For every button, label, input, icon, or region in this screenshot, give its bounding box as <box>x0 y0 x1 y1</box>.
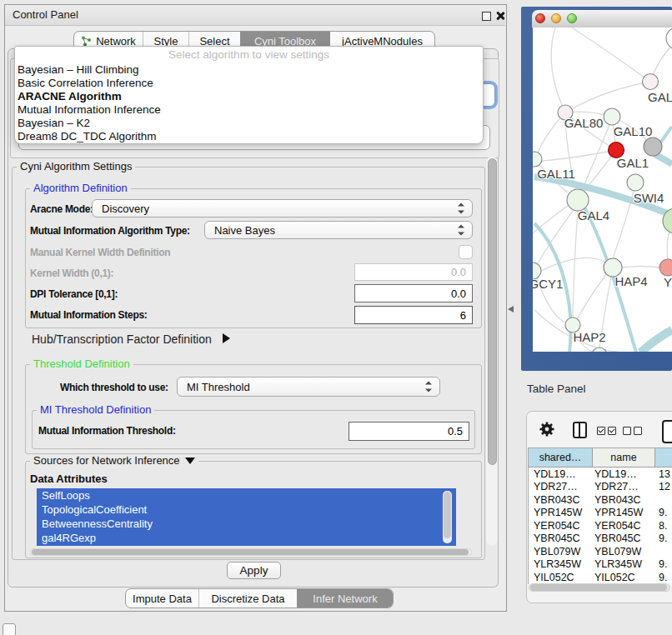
list-scrollbar-thumb[interactable] <box>444 492 451 538</box>
table-row[interactable]: YBR043CYBR043C <box>529 493 672 507</box>
dropdown-item[interactable]: Bayesian – Hill Climbing <box>15 63 483 77</box>
tab-discretize-data[interactable]: Discretize Data <box>198 589 297 608</box>
minimized-panel-icon[interactable] <box>3 623 16 635</box>
column-browser-icon[interactable] <box>573 422 587 438</box>
float-window-icon[interactable] <box>482 12 491 21</box>
data-attribute-item[interactable]: TopologicalCoefficient <box>37 502 456 517</box>
data-attribute-item[interactable]: BetweennessCentrality <box>37 517 456 531</box>
data-attribute-item[interactable]: SelfLoops <box>37 488 456 502</box>
network-node[interactable] <box>666 28 672 49</box>
network-node[interactable] <box>592 348 607 352</box>
network-edge[interactable] <box>541 258 606 271</box>
table-header-row: shared…nameA <box>529 448 672 468</box>
mi-threshold-group-label: MI Threshold Definition <box>37 404 154 415</box>
table-cell: YLR345W <box>529 558 593 570</box>
table-cell: YIL052C <box>529 572 593 583</box>
network-edge[interactable] <box>534 112 565 159</box>
table-row[interactable]: YDL19…YDL19…13 <box>529 468 672 481</box>
apply-button[interactable]: Apply <box>227 562 281 579</box>
sources-hscrollbar-thumb[interactable] <box>32 549 469 555</box>
network-edge[interactable] <box>565 82 650 112</box>
table-row[interactable]: YPR145WYPR145W9. <box>529 507 672 520</box>
network-edge[interactable] <box>577 274 606 319</box>
spinner-arrows-icon <box>458 203 464 214</box>
network-edge[interactable] <box>622 267 659 268</box>
mac-zoom-light[interactable] <box>567 13 577 23</box>
table-column-header[interactable]: shared… <box>529 448 593 467</box>
hub-definition-label[interactable]: Hub/Transcription Factor Definition <box>32 332 212 346</box>
dropdown-item[interactable]: ARACNE Algorithm <box>15 90 483 103</box>
mac-minimize-light[interactable] <box>551 13 561 23</box>
table-row[interactable]: YBL079WYBL079W <box>529 545 672 558</box>
select-all-columns-icon[interactable] <box>597 427 619 435</box>
table-row[interactable]: YER054CYER054C8. <box>529 519 672 532</box>
kernel-width-label: Kernel Width (0,1): <box>30 268 113 279</box>
spinner-arrows-icon <box>425 382 432 392</box>
manual-kernel-checkbox[interactable] <box>459 245 473 259</box>
dropdown-item[interactable]: Basic Correlation Inference <box>15 77 483 90</box>
sources-collapse-arrow-icon[interactable] <box>185 458 195 464</box>
network-node[interactable] <box>659 259 672 276</box>
network-node-label: GCY1 <box>533 277 563 291</box>
which-threshold-combo[interactable]: MI Threshold <box>177 377 440 397</box>
network-canvas[interactable]: GALGAL80GAL10GAL1GAL11SWI4GAL4GCY1HAP4YH… <box>533 28 672 352</box>
table-cell: YLR345W <box>593 558 655 570</box>
deselect-all-columns-icon[interactable] <box>623 427 644 435</box>
table-column-header[interactable]: A <box>655 448 672 467</box>
network-edge[interactable] <box>573 211 578 318</box>
network-edge[interactable] <box>640 330 672 352</box>
data-attribute-item[interactable]: gal4RGexp <box>37 531 456 545</box>
network-edge[interactable] <box>542 150 616 161</box>
table-row[interactable]: YBR045CYBR045C9. <box>529 532 672 546</box>
mi-threshold-input[interactable]: 0.5 <box>349 422 469 441</box>
control-panel-titlebar[interactable]: Control Panel <box>5 5 505 26</box>
hub-expand-arrow-icon[interactable] <box>223 333 230 343</box>
mi-type-combo[interactable]: Naive Bayes <box>204 221 473 239</box>
network-node[interactable] <box>627 174 644 191</box>
table-hscrollbar-thumb[interactable] <box>530 584 667 591</box>
kernel-width-input[interactable]: 0.0 <box>354 263 473 281</box>
network-edge[interactable] <box>551 28 565 112</box>
gear-icon[interactable] <box>539 421 555 438</box>
table-row[interactable]: YIL052CYIL052C9. <box>529 571 672 584</box>
tab-infer-network[interactable]: Infer Network <box>297 589 393 608</box>
network-edge[interactable] <box>572 28 650 82</box>
network-node-label: HAP2 <box>573 330 605 344</box>
dropdown-item[interactable]: Bayesian – K2 <box>15 117 483 130</box>
threshold-definition-label: Threshold Definition <box>30 358 133 369</box>
network-node[interactable] <box>533 152 542 167</box>
table-cell: 8. <box>655 520 672 532</box>
algorithm-definition-label: Algorithm Definition <box>30 182 131 193</box>
mac-close-light[interactable] <box>535 13 545 23</box>
network-node[interactable] <box>644 138 662 156</box>
dpi-tolerance-input[interactable]: 0.0 <box>354 284 473 302</box>
aracne-mode-combo[interactable]: Discovery <box>92 199 473 218</box>
network-node-label: GAL1 <box>617 156 649 170</box>
settings-scrollbar-thumb[interactable] <box>488 158 497 465</box>
close-icon[interactable] <box>495 11 505 21</box>
network-node[interactable] <box>643 74 659 90</box>
tab-impute-data[interactable]: Impute Data <box>126 589 198 608</box>
aracne-mode-label: Aracne Mode: <box>30 203 93 215</box>
table-row[interactable]: YLR345WYLR345W9. <box>529 558 672 572</box>
sources-group-label[interactable]: Sources for Network Inference <box>30 455 198 466</box>
table-cell: YBR043C <box>593 494 655 506</box>
data-attributes-list[interactable]: SelfLoopsTopologicalCoefficientBetweenne… <box>37 488 456 546</box>
network-edge[interactable] <box>654 154 672 164</box>
mi-steps-input[interactable]: 6 <box>354 306 473 324</box>
data-attributes-label: Data Attributes <box>30 472 108 485</box>
network-node-label: GAL80 <box>564 116 604 130</box>
table-row[interactable]: YDR27…YDR27…12 <box>529 481 672 494</box>
table-cell: YBL079W <box>593 546 655 558</box>
algorithm-dropdown-popup: Select algorithm to view settings Bayesi… <box>14 46 484 144</box>
which-threshold-value: MI Threshold <box>187 378 250 396</box>
new-column-icon[interactable] <box>662 420 672 443</box>
table-column-header[interactable]: name <box>593 448 655 467</box>
table-cell: 9. <box>655 572 672 583</box>
mi-threshold-label: Mutual Information Threshold: <box>38 425 176 437</box>
dropdown-item[interactable]: Dream8 DC_TDC Algorithm <box>15 130 483 143</box>
node-table: shared…nameA YDL19…YDL19…13YDR27…YDR27…1… <box>528 448 672 584</box>
dropdown-item[interactable]: Mutual Information Inference <box>15 103 483 117</box>
network-node[interactable] <box>604 108 620 125</box>
mi-type-value: Naive Bayes <box>214 222 275 238</box>
